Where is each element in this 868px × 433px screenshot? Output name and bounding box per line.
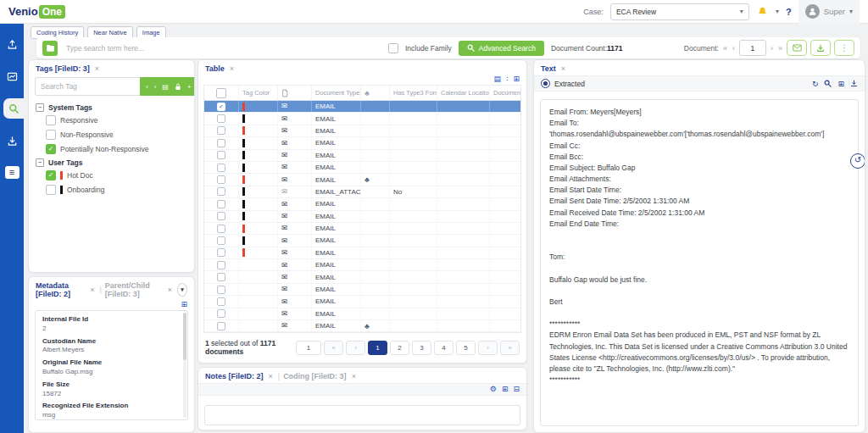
row-checkbox[interactable] bbox=[217, 248, 225, 257]
upload-icon[interactable] bbox=[5, 37, 19, 51]
close-icon[interactable]: × bbox=[88, 286, 96, 294]
tag-checkbox[interactable]: ✓ bbox=[46, 170, 56, 180]
gear-icon[interactable]: ⚙ bbox=[490, 386, 497, 393]
row-checkbox[interactable] bbox=[217, 261, 225, 269]
doc-number-input[interactable] bbox=[739, 40, 766, 56]
history-button[interactable]: ↺ bbox=[850, 153, 865, 169]
menu-icon[interactable]: ≡ bbox=[5, 166, 19, 179]
close-icon[interactable]: × bbox=[166, 286, 174, 294]
row-checkbox[interactable] bbox=[217, 212, 225, 220]
collapse-icon[interactable]: − bbox=[36, 158, 44, 167]
next-page-button[interactable]: › bbox=[478, 341, 498, 355]
prev-page-button[interactable]: ‹ bbox=[346, 341, 365, 355]
row-checkbox[interactable]: ✓ bbox=[217, 103, 225, 111]
row-checkbox[interactable] bbox=[217, 114, 225, 123]
select-all-checkbox[interactable] bbox=[216, 88, 226, 98]
help-button[interactable]: ? bbox=[786, 7, 792, 17]
row-checkbox[interactable] bbox=[217, 126, 225, 135]
extracted-radio[interactable] bbox=[541, 79, 550, 88]
search-icon[interactable] bbox=[824, 80, 832, 87]
row-checkbox[interactable] bbox=[217, 225, 225, 233]
col-has-type3-font[interactable]: Has Type3 Font bbox=[389, 86, 437, 100]
close-icon[interactable]: × bbox=[559, 64, 567, 73]
table-row[interactable]: ✉EMAIL bbox=[204, 150, 520, 162]
page-size-box[interactable]: 1 bbox=[296, 341, 321, 355]
notifications-bell-icon[interactable] bbox=[756, 5, 769, 19]
col-document-type[interactable]: Document Type bbox=[311, 86, 360, 100]
notes-input[interactable] bbox=[204, 405, 520, 425]
row-checkbox[interactable] bbox=[217, 273, 225, 281]
notes-tab[interactable]: Notes [FileID: 2] bbox=[205, 372, 264, 380]
tag-checkbox[interactable] bbox=[46, 115, 56, 125]
prev-doc-button[interactable]: ‹ bbox=[732, 44, 736, 53]
tag-group-header[interactable]: −System Tags bbox=[29, 101, 194, 113]
close-icon[interactable]: × bbox=[350, 372, 358, 380]
tag-item[interactable]: Responsive bbox=[29, 113, 194, 127]
mail-export-button[interactable] bbox=[787, 40, 807, 56]
col-document-notes[interactable]: Document Notes bbox=[489, 86, 520, 100]
next-icon[interactable]: › bbox=[154, 83, 157, 91]
page-button[interactable]: 2 bbox=[390, 341, 409, 355]
tag-item[interactable]: Onboarding bbox=[29, 182, 194, 197]
row-checkbox[interactable] bbox=[217, 297, 225, 306]
tag-group-header[interactable]: −User Tags bbox=[29, 156, 194, 168]
lock-icon[interactable] bbox=[175, 83, 181, 91]
table-row[interactable]: ✉EMAIL bbox=[204, 211, 520, 223]
add-icon[interactable]: + bbox=[187, 83, 192, 91]
row-checkbox[interactable] bbox=[217, 236, 225, 245]
scrollbar[interactable] bbox=[183, 313, 186, 418]
page-button[interactable]: 4 bbox=[434, 341, 453, 355]
folder-icon[interactable] bbox=[42, 41, 58, 56]
user-menu[interactable]: Super ▾ bbox=[798, 0, 860, 24]
include-family-checkbox[interactable] bbox=[388, 43, 398, 53]
table-row[interactable]: ✉EMAIL bbox=[204, 113, 520, 125]
table-row[interactable]: ✉EMAIL bbox=[204, 198, 520, 210]
advanced-search-button[interactable]: Advanced Search bbox=[459, 41, 544, 56]
bell-caret-icon[interactable]: ▾ bbox=[776, 8, 779, 15]
coding-tab[interactable]: Coding [FileID: 3] bbox=[283, 372, 347, 380]
row-checkbox[interactable] bbox=[217, 286, 225, 294]
last-doc-button[interactable]: » bbox=[777, 44, 783, 53]
search-nav-active[interactable] bbox=[3, 98, 24, 119]
table-row[interactable]: ✉EMAIL bbox=[204, 296, 520, 308]
tag-item[interactable]: Non-Responsive bbox=[29, 127, 194, 142]
export-icon[interactable]: ▤ bbox=[494, 75, 502, 83]
row-checkbox[interactable] bbox=[217, 187, 225, 196]
page-button[interactable]: 5 bbox=[456, 341, 476, 355]
download-icon[interactable] bbox=[5, 134, 19, 147]
table-row[interactable]: ✉EMAIL♣ bbox=[204, 174, 520, 186]
parent-child-tab[interactable]: Parent/Child [FileID: 3] bbox=[105, 281, 163, 298]
table-row[interactable]: ✉EMAIL_ATTACHNo bbox=[204, 186, 520, 198]
next-doc-button[interactable]: › bbox=[770, 44, 774, 53]
row-checkbox[interactable] bbox=[217, 309, 225, 318]
case-select[interactable]: ECA Review ▾ bbox=[610, 3, 749, 20]
table-row[interactable]: ✉EMAIL bbox=[204, 125, 520, 137]
close-icon[interactable]: × bbox=[228, 64, 236, 73]
first-page-button[interactable]: « bbox=[324, 341, 343, 355]
download-icon[interactable] bbox=[850, 80, 858, 87]
row-checkbox[interactable] bbox=[217, 164, 225, 172]
row-checkbox[interactable] bbox=[217, 175, 225, 184]
extracted-text[interactable]: Email From: Meyers[Meyers] Email To: 'th… bbox=[540, 99, 859, 426]
close-icon[interactable]: × bbox=[267, 372, 275, 380]
metadata-tab[interactable]: Metadata [FileID: 2] bbox=[36, 281, 85, 298]
table-row[interactable]: ✓✉EMAIL bbox=[204, 101, 520, 113]
table-row[interactable]: ✉EMAIL bbox=[204, 247, 520, 259]
chart-icon[interactable] bbox=[5, 69, 19, 83]
collapse-icon[interactable]: − bbox=[36, 103, 44, 112]
columns-icon[interactable]: ⊞ bbox=[513, 75, 520, 83]
download-doc-button[interactable] bbox=[810, 40, 831, 56]
tag-item[interactable]: ✓Hot Doc bbox=[29, 168, 194, 182]
options-dots-icon[interactable]: ∶ bbox=[506, 75, 508, 83]
table-row[interactable]: ✉EMAIL bbox=[204, 308, 520, 320]
row-checkbox[interactable] bbox=[217, 322, 225, 330]
calendar-icon[interactable]: ▤ bbox=[162, 83, 169, 91]
table-row[interactable]: ✉EMAIL bbox=[204, 284, 520, 296]
table-row[interactable]: ✉EMAIL bbox=[204, 162, 520, 174]
tag-search-input[interactable] bbox=[35, 77, 140, 96]
page-button[interactable]: 3 bbox=[412, 341, 431, 355]
refresh-icon[interactable]: ↻ bbox=[812, 80, 819, 88]
tag-checkbox[interactable]: ✓ bbox=[46, 144, 56, 154]
table-row[interactable]: ✉EMAIL bbox=[204, 137, 520, 149]
collapse-icon[interactable]: ⊟ bbox=[513, 386, 520, 393]
